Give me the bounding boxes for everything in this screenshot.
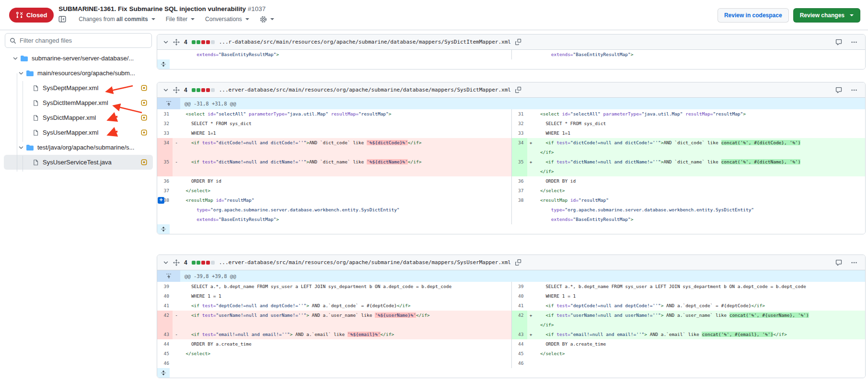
diff-old-cell: 39 SELECT a.*, b.dept_name FROM sys_user…: [157, 282, 511, 291]
line-number-old[interactable]: 34: [157, 138, 173, 148]
conversations-dropdown[interactable]: Conversations: [205, 16, 249, 23]
copy-path-icon[interactable]: [515, 39, 521, 45]
code-line: extends="BaseEntityResultMap">: [180, 215, 511, 224]
diff-sign: -: [173, 138, 180, 148]
diff-sign: [173, 119, 180, 128]
line-number-right[interactable]: [512, 215, 527, 224]
chevron-down-icon[interactable]: [18, 145, 24, 150]
line-number-right[interactable]: [512, 50, 527, 59]
comment-icon[interactable]: [835, 87, 842, 93]
line-number-old[interactable]: [157, 148, 173, 157]
line-number-right[interactable]: 37: [512, 186, 527, 196]
line-number-right[interactable]: 39: [512, 282, 527, 291]
line-number-right[interactable]: 44: [512, 339, 527, 349]
file-tree: submarine-server/server-database/...main…: [0, 51, 157, 170]
modified-status-icon: [141, 115, 147, 121]
review-in-codespace-button[interactable]: Review in codespace: [718, 8, 789, 23]
expand-diff-button[interactable]: [157, 368, 170, 378]
line-number-right[interactable]: [512, 320, 527, 330]
comment-icon[interactable]: [835, 259, 842, 266]
code-line: <if test="userName!=null and userName!='…: [535, 311, 866, 320]
tree-file-item[interactable]: SysDictMapper.xml: [4, 110, 153, 125]
line-number-old[interactable]: 45: [157, 349, 173, 359]
line-number-right[interactable]: [512, 205, 527, 215]
expand-hunk-button[interactable]: [157, 270, 180, 282]
code-line: </select>: [535, 349, 866, 359]
line-number-right[interactable]: 33: [512, 128, 527, 138]
line-number-old[interactable]: 46: [157, 359, 173, 368]
line-number-old[interactable]: 33: [157, 128, 173, 138]
diff-old-cell: 35- <if test="dictName!=null and dictNam…: [157, 157, 511, 167]
line-number-old[interactable]: 44: [157, 339, 173, 349]
diff-settings-gear-button[interactable]: [260, 16, 274, 23]
line-number-right[interactable]: 34: [512, 138, 527, 148]
code-line: ORDER BY id: [535, 176, 866, 186]
line-number-old[interactable]: 37: [157, 186, 173, 196]
line-number-right[interactable]: 32: [512, 119, 527, 128]
copy-path-icon[interactable]: [515, 259, 521, 266]
chevron-down-icon[interactable]: [18, 70, 24, 76]
changes-from-dropdown[interactable]: Changes from all commits: [79, 16, 155, 23]
comment-icon[interactable]: [835, 39, 842, 46]
line-number-old[interactable]: 31: [157, 109, 173, 119]
collapse-file-chevron-icon[interactable]: [163, 260, 169, 266]
line-number-old[interactable]: 41: [157, 301, 173, 311]
diff-sign: -: [173, 311, 180, 320]
diff-row: 43- <if test="email!=null and email!=''"…: [157, 330, 865, 339]
tree-folder-item[interactable]: main/resources/org/apache/subm...: [4, 66, 153, 81]
tree-folder-item[interactable]: test/java/org/apache/submarine/s...: [4, 140, 153, 155]
drag-file-handle-icon[interactable]: [173, 87, 180, 93]
line-number-right[interactable]: [512, 148, 527, 157]
line-number-old[interactable]: 43: [157, 330, 173, 339]
line-number-right[interactable]: 43: [512, 330, 527, 339]
line-number-old[interactable]: 40: [157, 291, 173, 301]
line-number-right[interactable]: 36: [512, 176, 527, 186]
line-number-right[interactable]: 38: [512, 196, 527, 205]
copy-path-icon[interactable]: [515, 87, 521, 93]
tree-file-item[interactable]: SysUserMapper.xml: [4, 125, 153, 140]
line-number-old[interactable]: 32: [157, 119, 173, 128]
line-number-right[interactable]: 35: [512, 157, 527, 167]
tree-file-item[interactable]: SysDictItemMapper.xml: [4, 95, 153, 110]
collapse-file-chevron-icon[interactable]: [163, 87, 169, 93]
line-number-old[interactable]: [157, 167, 173, 176]
line-number-old[interactable]: 39: [157, 282, 173, 291]
line-number-right[interactable]: 46: [512, 359, 527, 368]
expand-diff-button[interactable]: [157, 224, 170, 234]
line-number-old[interactable]: 35: [157, 157, 173, 167]
filter-changed-files-input[interactable]: [5, 34, 151, 47]
expand-hunk-button[interactable]: [157, 98, 180, 109]
line-number-right[interactable]: 41: [512, 301, 527, 311]
review-changes-button[interactable]: Review changes: [793, 8, 860, 23]
line-number-right[interactable]: [512, 167, 527, 176]
line-number-right[interactable]: 31: [512, 109, 527, 119]
line-number-old[interactable]: [157, 320, 173, 330]
tree-file-item[interactable]: SysUserServiceTest.java: [4, 155, 153, 170]
drag-file-handle-icon[interactable]: [173, 39, 180, 46]
kebab-menu-icon[interactable]: [851, 39, 857, 46]
line-number-right[interactable]: 42: [512, 311, 527, 320]
line-number-right[interactable]: 40: [512, 291, 527, 301]
kebab-menu-icon[interactable]: [851, 259, 857, 266]
chevron-down-icon[interactable]: [12, 56, 18, 61]
collapse-file-chevron-icon[interactable]: [163, 39, 169, 45]
hunk-row: @@ -39,8 +39,8 @@: [157, 270, 865, 282]
diff-row: </if>: [157, 167, 865, 176]
add-line-comment-button[interactable]: +: [158, 197, 164, 204]
diffstat-square: [197, 40, 200, 44]
line-number-old[interactable]: [157, 50, 173, 59]
kebab-menu-icon[interactable]: [851, 87, 857, 93]
drag-file-handle-icon[interactable]: [173, 259, 180, 266]
line-number-old[interactable]: 36: [157, 176, 173, 186]
line-number-old[interactable]: [157, 205, 173, 215]
line-number-right[interactable]: 45: [512, 349, 527, 359]
file-filter-dropdown[interactable]: File filter: [166, 16, 195, 23]
sidebar-toggle-button[interactable]: [58, 15, 66, 23]
tree-file-item[interactable]: SysDeptMapper.xml: [4, 81, 153, 95]
line-number-old[interactable]: 42: [157, 311, 173, 320]
line-number-old[interactable]: [157, 215, 173, 224]
file-header: 4...erver-database/src/main/resources/or…: [157, 82, 865, 98]
expand-diff-button[interactable]: [157, 59, 170, 69]
diffstat-squares: [192, 261, 215, 265]
tree-folder-item[interactable]: submarine-server/server-database/...: [4, 51, 153, 66]
